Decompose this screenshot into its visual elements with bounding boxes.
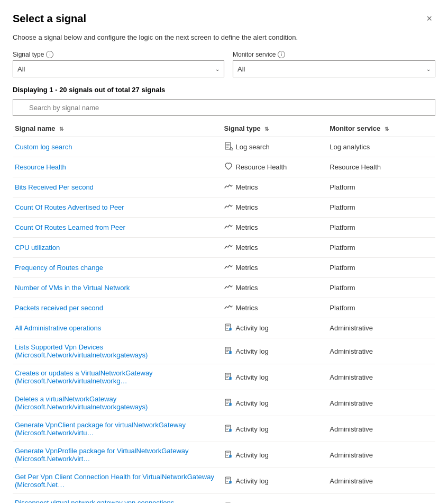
col-header-monitor-service: Monitor service ⇅ xyxy=(330,120,435,137)
signal-name-link[interactable]: Count Of Routes Advertised to Peer xyxy=(15,203,124,211)
monitor-service-sort-icon[interactable]: ⇅ xyxy=(385,126,389,132)
signal-name-link[interactable]: Creates or updates a VirtualNetworkGatew… xyxy=(15,369,153,385)
monitor-service-select[interactable]: All ⌄ xyxy=(233,60,435,77)
signal-name-link[interactable]: CPU utilization xyxy=(15,244,60,252)
signal-name-cell: Bits Received Per second xyxy=(13,177,224,197)
close-button[interactable]: × xyxy=(423,13,435,24)
signal-type-filter-group: Signal type i All ⌄ xyxy=(13,51,224,77)
metrics-icon xyxy=(224,242,233,253)
signal-name-cell: Lists Supported Vpn Devices (Microsoft.N… xyxy=(13,338,224,364)
svg-rect-27 xyxy=(229,403,232,406)
monitor-service-cell: Platform xyxy=(330,177,435,197)
dialog-header: Select a signal × xyxy=(13,13,435,25)
signal-name-cell: Creates or updates a VirtualNetworkGatew… xyxy=(13,364,224,390)
svg-rect-17 xyxy=(229,351,232,354)
signal-name-cell: Number of VMs in the Virtual Network xyxy=(13,278,224,298)
table-row: Number of VMs in the Virtual Network Met… xyxy=(13,278,435,298)
signal-name-link[interactable]: All Administrative operations xyxy=(15,324,101,332)
table-row: Custom log search Log searchLog analytic… xyxy=(13,137,435,157)
activity-icon xyxy=(224,323,233,333)
signal-type-text: Metrics xyxy=(236,264,258,272)
table-row: Creates or updates a VirtualNetworkGatew… xyxy=(13,364,435,390)
signal-name-link[interactable]: Generate VpnClient package for virtualNe… xyxy=(15,421,186,437)
signal-name-cell: Deletes a virtualNetworkGateway (Microso… xyxy=(13,390,224,416)
signal-type-cell: Activity log xyxy=(224,468,330,494)
table-row: Frequency of Routes change MetricsPlatfo… xyxy=(13,258,435,278)
signal-type-info-icon[interactable]: i xyxy=(46,51,53,58)
table-row: Resource Health Resource HealthResource … xyxy=(13,157,435,177)
monitor-service-cell: Platform xyxy=(330,238,435,258)
log-icon xyxy=(224,142,233,152)
signal-type-label: Signal type i xyxy=(13,51,224,58)
activity-icon xyxy=(224,398,233,408)
signal-type-sort-icon[interactable]: ⇅ xyxy=(264,126,269,132)
signal-type-cell: Activity log xyxy=(224,390,330,416)
signal-name-link[interactable]: Bits Received Per second xyxy=(15,183,94,191)
monitor-service-cell: Administrative xyxy=(330,364,435,390)
metrics-icon xyxy=(224,182,233,192)
filters-row: Signal type i All ⌄ Monitor service i Al… xyxy=(13,51,435,77)
table-row: Deletes a virtualNetworkGateway (Microso… xyxy=(13,390,435,416)
signal-type-text: Activity log xyxy=(236,425,269,433)
monitor-service-cell: Platform xyxy=(330,298,435,318)
signal-name-link[interactable]: Lists Supported Vpn Devices (Microsoft.N… xyxy=(15,343,148,359)
signal-name-link[interactable]: Deletes a virtualNetworkGateway (Microso… xyxy=(15,395,148,411)
signal-name-sort-icon[interactable]: ⇅ xyxy=(59,126,63,132)
signal-type-text: Log search xyxy=(236,143,270,151)
svg-rect-12 xyxy=(229,328,232,330)
signal-name-link[interactable]: Count Of Routes Learned from Peer xyxy=(15,223,125,231)
monitor-service-cell: Administrative xyxy=(330,468,435,494)
signal-type-cell: Metrics xyxy=(224,238,330,258)
signal-name-cell: Frequency of Routes change xyxy=(13,258,224,278)
signal-type-select[interactable]: All ⌄ xyxy=(13,60,224,77)
monitor-service-cell: Platform xyxy=(330,258,435,278)
signal-name-cell: Disconnect virtual network gateway vpn c… xyxy=(13,494,224,504)
dialog-subtitle: Choose a signal below and configure the … xyxy=(13,33,435,41)
activity-icon xyxy=(224,450,233,460)
signal-name-cell: Packets received per second xyxy=(13,298,224,318)
signal-type-text: Metrics xyxy=(236,223,258,231)
monitor-service-cell: Platform xyxy=(330,278,435,298)
signal-name-link[interactable]: Resource Health xyxy=(15,163,66,171)
signal-type-cell: Activity log xyxy=(224,338,330,364)
signal-name-link[interactable]: Disconnect virtual network gateway vpn c… xyxy=(15,499,174,503)
signal-name-cell: Custom log search xyxy=(13,137,224,157)
signal-name-cell: All Administrative operations xyxy=(13,318,224,338)
signal-type-cell: Log search xyxy=(224,137,330,157)
monitor-service-cell: Administrative xyxy=(330,338,435,364)
signal-name-link[interactable]: Packets received per second xyxy=(15,304,103,312)
signals-table: Signal name ⇅ Signal type ⇅ Monitor serv… xyxy=(13,120,435,503)
signal-name-link[interactable]: Generate VpnProfile package for VirtualN… xyxy=(15,447,189,463)
signal-type-text: Metrics xyxy=(236,244,258,252)
signal-name-cell: Get Per Vpn Client Connection Health for… xyxy=(13,468,224,494)
monitor-service-info-icon[interactable]: i xyxy=(278,51,285,58)
signal-type-chevron-icon: ⌄ xyxy=(215,66,220,72)
activity-icon xyxy=(224,372,233,382)
svg-rect-37 xyxy=(229,455,232,457)
svg-point-6 xyxy=(230,148,232,150)
signal-type-cell: Resource Health xyxy=(224,157,330,177)
table-row: CPU utilization MetricsPlatform xyxy=(13,238,435,258)
signal-name-link[interactable]: Number of VMs in the Virtual Network xyxy=(15,284,130,292)
metrics-icon xyxy=(224,202,233,212)
metrics-icon xyxy=(224,263,233,273)
search-input[interactable] xyxy=(13,99,435,116)
signal-type-cell: Activity log xyxy=(224,416,330,442)
signal-type-text: Activity log xyxy=(236,347,269,355)
signal-type-cell: Activity log xyxy=(224,364,330,390)
monitor-service-filter-group: Monitor service i All ⌄ xyxy=(233,51,435,77)
col-header-signal-type: Signal type ⇅ xyxy=(224,120,330,137)
signal-name-link[interactable]: Custom log search xyxy=(15,143,72,151)
col-header-signal-name: Signal name ⇅ xyxy=(13,120,224,137)
signal-type-cell: Metrics xyxy=(224,197,330,218)
table-row: Disconnect virtual network gateway vpn c… xyxy=(13,494,435,504)
signal-name-cell: Resource Health xyxy=(13,157,224,177)
monitor-service-chevron-icon: ⌄ xyxy=(426,66,431,72)
signal-name-link[interactable]: Frequency of Routes change xyxy=(15,264,103,272)
signal-type-cell: Metrics xyxy=(224,177,330,197)
activity-icon xyxy=(224,346,233,356)
signal-type-text: Metrics xyxy=(236,284,258,292)
select-signal-dialog: Select a signal × Choose a signal below … xyxy=(0,0,448,503)
table-row: Count Of Routes Learned from Peer Metric… xyxy=(13,218,435,238)
signal-name-link[interactable]: Get Per Vpn Client Connection Health for… xyxy=(15,473,214,489)
